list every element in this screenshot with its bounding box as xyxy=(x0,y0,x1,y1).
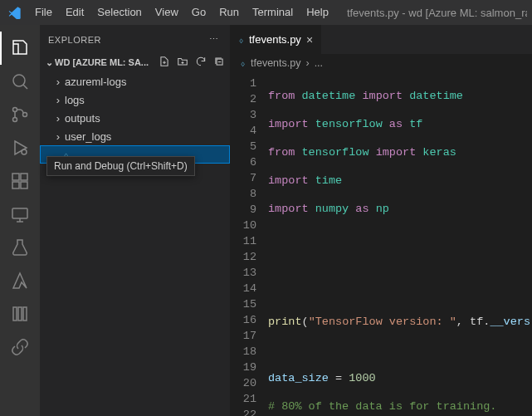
code-lines[interactable]: from datetime import datetime import ten… xyxy=(268,72,532,416)
editor-group: ⬨ tfevents.py × ⬨ tfevents.py › ... 1234… xyxy=(230,25,532,416)
tree-folder[interactable]: ›logs xyxy=(40,91,230,109)
python-file-icon: ⬨ xyxy=(238,34,244,46)
chevron-right-icon: › xyxy=(53,112,63,125)
menu-file[interactable]: File xyxy=(28,0,59,25)
extensions-icon[interactable] xyxy=(0,164,40,198)
menu-help[interactable]: Help xyxy=(300,0,335,25)
azure-icon[interactable] xyxy=(0,264,40,297)
sidebar: EXPLORER ⋯ ⌄ WD [AZURE ML: SA... ›azurem… xyxy=(40,25,230,416)
svg-point-4 xyxy=(23,113,27,117)
python-file-icon: ⬨ xyxy=(240,57,246,69)
chevron-right-icon: › xyxy=(53,94,63,106)
chevron-right-icon: › xyxy=(53,76,63,88)
breadcrumb-rest: ... xyxy=(315,57,323,69)
menu-terminal[interactable]: Terminal xyxy=(246,0,300,25)
chevron-down-icon: ⌄ xyxy=(43,57,55,68)
svg-rect-15 xyxy=(23,307,27,321)
test-icon[interactable] xyxy=(0,231,40,264)
svg-point-0 xyxy=(13,75,25,86)
svg-rect-13 xyxy=(13,307,17,321)
menu-view[interactable]: View xyxy=(149,0,185,25)
menu-run[interactable]: Run xyxy=(212,0,246,25)
svg-point-2 xyxy=(13,108,17,112)
svg-rect-9 xyxy=(21,182,27,188)
svg-line-1 xyxy=(23,85,27,89)
close-icon[interactable]: × xyxy=(306,33,313,46)
code-editor[interactable]: 12345678910111213141516171819202122 from… xyxy=(230,72,532,416)
run-debug-icon[interactable] xyxy=(0,131,40,164)
chevron-right-icon: › xyxy=(305,57,309,69)
tree-folder[interactable]: ›azureml-logs xyxy=(40,72,230,91)
breadcrumb-file: tfevents.py xyxy=(251,57,300,69)
menu-selection[interactable]: Selection xyxy=(90,0,148,25)
explorer-icon[interactable] xyxy=(0,32,40,65)
sidebar-more-icon[interactable]: ⋯ xyxy=(206,32,222,46)
tree-folder[interactable]: ›outputs xyxy=(40,109,230,127)
refresh-icon[interactable] xyxy=(195,56,207,69)
library-icon[interactable] xyxy=(0,297,40,330)
menubar: File Edit Selection View Go Run Terminal… xyxy=(0,0,532,25)
svg-rect-7 xyxy=(21,174,27,180)
new-file-icon[interactable] xyxy=(159,56,170,69)
tree-folder[interactable]: ›user_logs xyxy=(40,127,230,145)
collapse-all-icon[interactable] xyxy=(213,56,225,69)
activity-bar xyxy=(0,25,40,416)
remote-explorer-icon[interactable] xyxy=(0,198,40,231)
breadcrumbs[interactable]: ⬨ tfevents.py › ... xyxy=(230,54,532,72)
sidebar-title: EXPLORER xyxy=(48,35,101,45)
line-numbers: 12345678910111213141516171819202122 xyxy=(230,72,268,416)
new-folder-icon[interactable] xyxy=(177,56,188,69)
window-title: tfevents.py - wd [Azure ML: salmon_raisi… xyxy=(347,7,527,19)
tab-label: tfevents.py xyxy=(249,33,301,46)
svg-point-5 xyxy=(22,149,27,154)
link-icon[interactable] xyxy=(0,330,40,364)
workspace-name: WD [AZURE ML: SA... xyxy=(55,57,159,67)
tab-tfevents[interactable]: ⬨ tfevents.py × xyxy=(230,25,322,54)
vscode-logo-icon xyxy=(8,5,22,20)
svg-point-3 xyxy=(13,118,17,122)
search-icon[interactable] xyxy=(0,65,40,98)
workspace-header[interactable]: ⌄ WD [AZURE ML: SA... xyxy=(40,54,230,71)
svg-rect-10 xyxy=(12,208,27,218)
tooltip: Run and Debug (Ctrl+Shift+D) xyxy=(46,156,195,176)
source-control-icon[interactable] xyxy=(0,98,40,131)
editor-tabs: ⬨ tfevents.py × xyxy=(230,25,532,54)
file-tree: ›azureml-logs ›logs ›outputs ›user_logs … xyxy=(40,71,230,165)
chevron-right-icon: › xyxy=(53,130,63,143)
svg-rect-8 xyxy=(12,182,19,188)
svg-rect-6 xyxy=(12,174,19,180)
menu-edit[interactable]: Edit xyxy=(59,0,90,25)
svg-rect-14 xyxy=(18,307,22,321)
menu-go[interactable]: Go xyxy=(185,0,212,25)
